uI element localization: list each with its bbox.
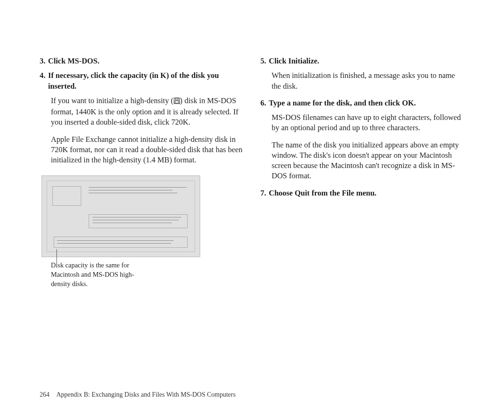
figure-caption: Disk capacity is the same for Macintosh … bbox=[51, 261, 154, 288]
screenshot-figure bbox=[42, 175, 200, 257]
step-7-heading: 7. Choose Quit from the File menu. bbox=[260, 188, 464, 198]
figure-detail bbox=[92, 217, 181, 217]
step-number: 6. bbox=[260, 98, 269, 108]
step-5-paragraph-1: When initialization is finished, a messa… bbox=[272, 70, 464, 91]
step-title: Click MS-DOS. bbox=[48, 56, 244, 66]
footer-text: Appendix B: Exchanging Disks and Files W… bbox=[56, 391, 236, 398]
step-4-paragraph-2: Apple File Exchange cannot initialize a … bbox=[51, 134, 244, 166]
step-4-paragraph-1: If you want to initialize a high-density… bbox=[51, 96, 244, 128]
step-5-heading: 5. Click Initialize. bbox=[260, 56, 464, 66]
figure-detail bbox=[57, 243, 171, 244]
step-number: 7. bbox=[260, 188, 269, 198]
high-density-disk-icon bbox=[174, 97, 180, 107]
figure-detail bbox=[92, 220, 179, 220]
step-title: If necessary, click the capacity (in K) … bbox=[48, 70, 244, 91]
step-number: 5. bbox=[260, 56, 269, 66]
figure-detail bbox=[92, 223, 172, 223]
figure-detail bbox=[54, 237, 188, 248]
page-number: 264 bbox=[40, 391, 49, 398]
step-6-paragraph-1: MS-DOS filenames can have up to eight ch… bbox=[272, 112, 464, 133]
page-footer: 264 Appendix B: Exchanging Disks and Fil… bbox=[40, 391, 236, 399]
svg-rect-2 bbox=[175, 101, 179, 103]
step-number: 4. bbox=[40, 70, 48, 91]
step-title: Click Initialize. bbox=[269, 56, 464, 66]
figure-detail bbox=[89, 214, 188, 228]
figure-detail bbox=[89, 187, 187, 188]
left-column: 3. Click MS-DOS. 4. If necessary, click … bbox=[40, 56, 244, 288]
figure-detail bbox=[57, 240, 174, 241]
callout-leader-line bbox=[56, 249, 57, 265]
figure-detail bbox=[89, 190, 173, 190]
step-title: Choose Quit from the File menu. bbox=[269, 188, 464, 198]
step-title: Type a name for the disk, and then click… bbox=[269, 98, 464, 108]
step-number: 3. bbox=[40, 56, 48, 66]
step-3-heading: 3. Click MS-DOS. bbox=[40, 56, 244, 66]
step-6-heading: 6. Type a name for the disk, and then cl… bbox=[260, 98, 464, 108]
figure-detail bbox=[89, 193, 177, 193]
step-6-paragraph-2: The name of the disk you initialized app… bbox=[272, 140, 464, 182]
figure-detail bbox=[52, 186, 81, 206]
figure-wrapper: Disk capacity is the same for Macintosh … bbox=[40, 175, 244, 288]
right-column: 5. Click Initialize. When initialization… bbox=[260, 56, 464, 288]
step-4-heading: 4. If necessary, click the capacity (in … bbox=[40, 70, 244, 91]
text-before-icon: If you want to initialize a high-density… bbox=[51, 96, 174, 105]
page-content: 3. Click MS-DOS. 4. If necessary, click … bbox=[0, 0, 504, 312]
svg-rect-1 bbox=[175, 98, 178, 100]
